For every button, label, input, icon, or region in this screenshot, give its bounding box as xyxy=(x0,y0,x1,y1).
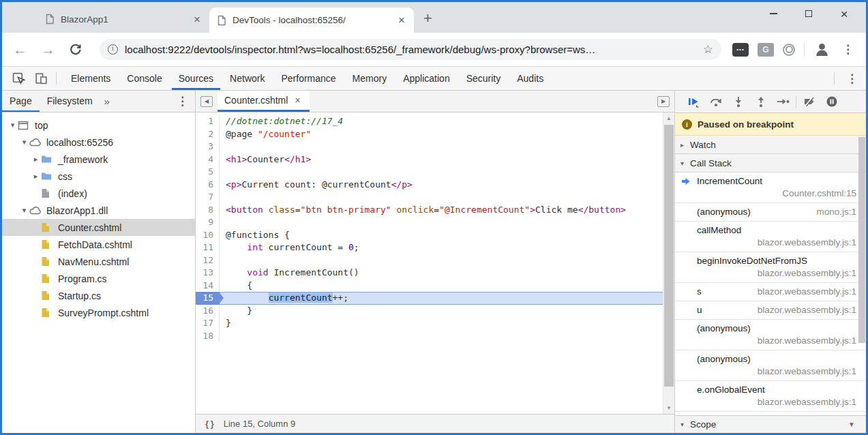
code-text[interactable]: @page "/counter" xyxy=(220,128,311,141)
reload-icon[interactable] xyxy=(69,43,82,56)
devtools-tab-sources[interactable]: Sources xyxy=(172,67,220,90)
tree-item-startup-cs[interactable]: Startup.cs xyxy=(2,287,195,304)
code-text[interactable]: { xyxy=(220,280,252,292)
devtools-tab-performance[interactable]: Performance xyxy=(274,67,342,90)
more-tabs-icon[interactable]: » xyxy=(100,95,114,107)
ring-extension-icon[interactable] xyxy=(783,44,795,56)
call-stack-frame[interactable]: IncrementCountCounter.cshtml:15 xyxy=(675,172,866,203)
new-tab-button[interactable]: + xyxy=(423,10,432,27)
tree-item--framework[interactable]: ▸_framework xyxy=(2,151,195,168)
chevron-right-icon[interactable]: ▸ xyxy=(31,155,41,164)
scroll-tabs-right-icon[interactable]: ▶ xyxy=(657,96,670,107)
line-number-gutter[interactable]: 13 xyxy=(196,267,220,280)
back-icon[interactable]: ← xyxy=(13,42,27,57)
line-number-gutter[interactable]: 1 xyxy=(196,115,220,128)
code-text[interactable]: @functions { xyxy=(220,229,290,242)
close-tab-icon[interactable]: × xyxy=(192,14,203,25)
tree-item-top[interactable]: ▾top xyxy=(2,117,195,134)
devtools-tab-security[interactable]: Security xyxy=(460,67,508,90)
g-extension-icon[interactable]: G xyxy=(758,43,774,57)
line-number-gutter[interactable]: 11 xyxy=(196,241,220,254)
pause-on-exceptions-icon[interactable] xyxy=(820,93,843,110)
line-number-gutter[interactable]: 18 xyxy=(196,330,220,343)
section-watch[interactable]: ▸ Watch xyxy=(675,136,866,154)
step-out-icon[interactable] xyxy=(749,93,772,110)
code-text[interactable]: int currentCount = 0; xyxy=(220,241,359,254)
tree-item--index-[interactable]: (index) xyxy=(2,185,195,202)
tree-item-program-cs[interactable]: Program.cs xyxy=(2,270,195,287)
call-stack-frame[interactable]: ublazor.webassembly.js:1 xyxy=(675,301,866,320)
tree-item-fetchdata-cshtml[interactable]: FetchData.cshtml xyxy=(2,236,195,253)
scroll-down-icon[interactable]: ▼ xyxy=(848,421,860,428)
pretty-print-icon[interactable]: { } xyxy=(205,419,214,429)
sidebar-menu-icon[interactable]: ⋮ xyxy=(170,94,195,108)
line-number-gutter[interactable]: 17 xyxy=(196,317,220,330)
minimize-button[interactable] xyxy=(755,2,791,25)
code-text[interactable]: currentCount++; xyxy=(220,292,348,305)
bookmark-star-icon[interactable]: ☆ xyxy=(703,42,713,57)
dots-extension-icon[interactable]: ••• xyxy=(732,43,749,57)
close-tab-icon[interactable]: × xyxy=(396,14,407,26)
line-number-gutter[interactable]: 9 xyxy=(196,216,220,229)
chevron-down-icon[interactable]: ▾ xyxy=(19,138,29,147)
devtools-tab-memory[interactable]: Memory xyxy=(346,67,394,90)
deactivate-breakpoints-icon[interactable] xyxy=(798,93,820,110)
code-text[interactable] xyxy=(220,191,226,204)
maximize-button[interactable] xyxy=(791,2,826,25)
code-text[interactable]: //dotnet:dotnet://17_4 xyxy=(220,115,343,128)
devtools-tab-console[interactable]: Console xyxy=(120,67,168,90)
call-stack-frame[interactable]: beginInvokeDotNetFromJSblazor.webassembl… xyxy=(675,252,866,283)
code-text[interactable] xyxy=(220,330,226,343)
chevron-down-icon[interactable]: ▾ xyxy=(8,121,18,130)
device-toolbar-icon[interactable] xyxy=(30,67,53,90)
panel-scrollbar-thumb[interactable] xyxy=(858,137,865,343)
close-editor-tab-icon[interactable]: × xyxy=(293,95,302,105)
line-number-gutter[interactable]: 3 xyxy=(196,140,220,153)
code-text[interactable] xyxy=(220,140,226,153)
line-number-gutter[interactable]: 5 xyxy=(196,166,220,179)
editor-tab-counter[interactable]: Counter.cshtml × xyxy=(218,91,310,112)
code-text[interactable]: <button class="btn btn-primary" onclick=… xyxy=(220,204,626,217)
url-text[interactable]: localhost:9222/devtools/inspector.html?w… xyxy=(125,44,698,55)
devtools-tab-network[interactable]: Network xyxy=(223,67,271,90)
line-number-gutter[interactable]: 8 xyxy=(196,204,220,217)
code-text[interactable]: } xyxy=(220,305,252,318)
call-stack-frame[interactable]: e.onGlobalEventblazor.webassembly.js:1 xyxy=(675,381,866,412)
devtools-menu-icon[interactable]: ⋮ xyxy=(838,72,866,86)
code-text[interactable]: <p>Current count: @currentCount</p> xyxy=(220,179,413,192)
step-into-icon[interactable] xyxy=(727,93,749,110)
code-text[interactable] xyxy=(220,216,226,229)
tree-item-localhost-65256[interactable]: ▾localhost:65256 xyxy=(2,134,195,151)
page-info-icon[interactable] xyxy=(108,44,118,55)
chevron-down-icon[interactable]: ▾ xyxy=(19,206,29,215)
line-number-gutter[interactable]: 7 xyxy=(196,191,220,204)
inspect-element-icon[interactable] xyxy=(8,67,30,90)
scrollbar-thumb[interactable] xyxy=(664,125,674,387)
section-scope[interactable]: ▾ Scope ▼ xyxy=(675,415,866,433)
tab-filesystem[interactable]: Filesystem xyxy=(40,91,100,112)
code-text[interactable]: void IncrementCount() xyxy=(220,267,359,280)
step-over-icon[interactable] xyxy=(704,93,727,110)
call-stack-frame[interactable]: (anonymous)mono.js:1 xyxy=(675,203,866,222)
devtools-tab-audits[interactable]: Audits xyxy=(510,67,550,90)
step-icon[interactable] xyxy=(772,93,794,110)
address-bar[interactable]: localhost:9222/devtools/inspector.html?w… xyxy=(100,39,721,60)
chevron-right-icon[interactable]: ▸ xyxy=(31,172,41,181)
scroll-tabs-left-icon[interactable]: ◀ xyxy=(200,96,213,107)
code-text[interactable] xyxy=(220,166,226,179)
section-call-stack[interactable]: ▾ Call Stack xyxy=(675,154,866,172)
devtools-tab-application[interactable]: Application xyxy=(396,67,457,90)
forward-icon[interactable]: → xyxy=(41,42,55,57)
browser-menu-icon[interactable]: ⋮ xyxy=(839,42,856,57)
tree-item-surveyprompt-cshtml[interactable]: SurveyPrompt.cshtml xyxy=(2,304,195,321)
code-text[interactable] xyxy=(220,254,226,267)
browser-tab-devtools[interactable]: DevTools - localhost:65256/ × xyxy=(209,7,414,33)
code-text[interactable]: } xyxy=(220,317,231,330)
line-number-gutter[interactable]: 2 xyxy=(196,128,220,141)
tab-page[interactable]: Page xyxy=(2,91,40,112)
call-stack-frame[interactable]: (anonymous)blazor.webassembly.js:1 xyxy=(675,320,866,350)
tree-item-css[interactable]: ▸css xyxy=(2,168,195,185)
call-stack-frame[interactable]: sblazor.webassembly.js:1 xyxy=(675,283,866,301)
execution-line-gutter[interactable]: 15 xyxy=(196,292,220,305)
code-text[interactable]: <h1>Counter</h1> xyxy=(220,153,311,166)
